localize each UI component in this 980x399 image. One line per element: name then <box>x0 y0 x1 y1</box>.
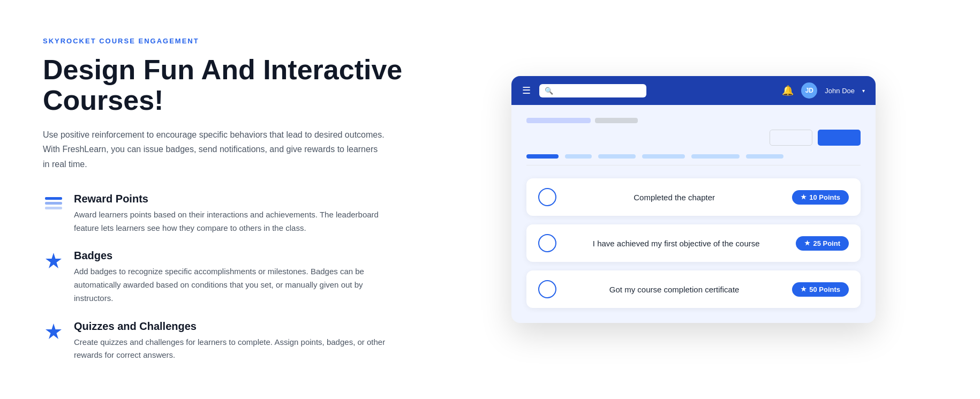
reward-badge-3: ★ 50 Points <box>792 282 849 297</box>
description-text: Use positive reinforcement to encourage … <box>43 127 386 171</box>
reward-label-3: Got my course completion certificate <box>566 284 782 295</box>
svg-rect-2 <box>45 207 62 209</box>
feature-desc: Award learners points based on their int… <box>74 208 395 235</box>
right-column: ☰ 🔍 🔔 JD John Doe ▾ <box>450 76 937 323</box>
feature-quizzes-content: Quizzes and Challenges Create quizzes an… <box>74 320 395 363</box>
menu-icon[interactable]: ☰ <box>522 85 531 96</box>
search-icon: 🔍 <box>545 87 553 95</box>
mock-breadcrumb <box>526 118 861 123</box>
search-input[interactable] <box>556 87 641 95</box>
reward-cards-list: Completed the chapter ★ 10 Points I have… <box>526 178 861 308</box>
reward-card-1: Completed the chapter ★ 10 Points <box>526 178 861 216</box>
feature-list: Reward Points Award learners points base… <box>43 193 418 362</box>
svg-rect-0 <box>45 197 62 200</box>
star-icon-1: ★ <box>801 193 806 201</box>
reward-radio-1[interactable] <box>538 188 556 206</box>
reward-radio-2[interactable] <box>538 234 556 252</box>
reward-card-2: I have achieved my first objective of th… <box>526 224 861 262</box>
reward-badge-text-2: 25 Point <box>813 239 840 247</box>
badges-icon <box>43 251 64 272</box>
reward-badge-text-1: 10 Points <box>809 193 840 201</box>
feature-quizzes: Quizzes and Challenges Create quizzes an… <box>43 320 418 363</box>
reward-points-icon <box>43 194 64 215</box>
chevron-down-icon: ▾ <box>862 88 865 94</box>
mock-nav-item-6[interactable] <box>746 154 783 159</box>
user-name-label: John Doe <box>825 87 855 95</box>
search-bar[interactable]: 🔍 <box>539 84 646 97</box>
bell-icon[interactable]: 🔔 <box>782 85 794 96</box>
breadcrumb-bar-1 <box>526 118 591 123</box>
svg-rect-1 <box>45 202 62 205</box>
feature-title: Reward Points <box>74 193 395 205</box>
header-right: 🔔 JD John Doe ▾ <box>782 82 865 99</box>
feature-reward-points-content: Reward Points Award learners points base… <box>74 193 395 235</box>
browser-header: ☰ 🔍 🔔 JD John Doe ▾ <box>511 76 876 105</box>
star-icon-3: ★ <box>801 285 806 293</box>
mock-nav-item-4[interactable] <box>642 154 685 159</box>
reward-badge-text-3: 50 Points <box>809 285 840 293</box>
feature-desc: Create quizzes and challenges for learne… <box>74 336 395 363</box>
reward-radio-3[interactable] <box>538 280 556 298</box>
feature-title: Badges <box>74 250 395 262</box>
reward-label-2: I have achieved my first objective of th… <box>566 238 786 249</box>
eyebrow-label: SKYROCKET COURSE ENGAGEMENT <box>43 37 418 45</box>
star-icon-2: ★ <box>804 239 810 247</box>
starburst-icon <box>44 252 63 271</box>
mock-nav-item-2[interactable] <box>565 154 592 159</box>
browser-body: Completed the chapter ★ 10 Points I have… <box>511 105 876 323</box>
mock-nav-item-1[interactable] <box>526 154 559 159</box>
avatar: JD <box>801 82 817 99</box>
reward-badge-1: ★ 10 Points <box>792 190 849 205</box>
mock-outline-button[interactable] <box>770 130 812 146</box>
mock-nav-item-3[interactable] <box>598 154 636 159</box>
feature-title: Quizzes and Challenges <box>74 320 395 333</box>
reward-card-3: Got my course completion certificate ★ 5… <box>526 270 861 308</box>
mock-nav-row <box>526 154 861 165</box>
mock-action-row <box>526 130 861 146</box>
breadcrumb-bar-2 <box>595 118 638 123</box>
feature-desc: Add badges to recognize specific accompl… <box>74 265 395 305</box>
headline: Design Fun And Interactive Courses! <box>43 55 418 116</box>
feature-badges: Badges Add badges to recognize specific … <box>43 250 418 305</box>
mock-solid-button[interactable] <box>818 130 861 146</box>
svg-marker-4 <box>46 323 62 339</box>
feature-reward-points: Reward Points Award learners points base… <box>43 193 418 235</box>
reward-label-1: Completed the chapter <box>566 192 782 203</box>
svg-marker-3 <box>46 253 62 268</box>
grid-icon <box>44 195 63 214</box>
page-wrapper: SKYROCKET COURSE ENGAGEMENT Design Fun A… <box>0 0 980 399</box>
feature-badges-content: Badges Add badges to recognize specific … <box>74 250 395 305</box>
quizzes-icon <box>43 321 64 343</box>
mock-nav-item-5[interactable] <box>691 154 740 159</box>
reward-badge-2: ★ 25 Point <box>796 236 849 251</box>
browser-mockup: ☰ 🔍 🔔 JD John Doe ▾ <box>511 76 876 323</box>
left-column: SKYROCKET COURSE ENGAGEMENT Design Fun A… <box>43 37 418 362</box>
starburst-quiz-icon <box>44 322 63 342</box>
